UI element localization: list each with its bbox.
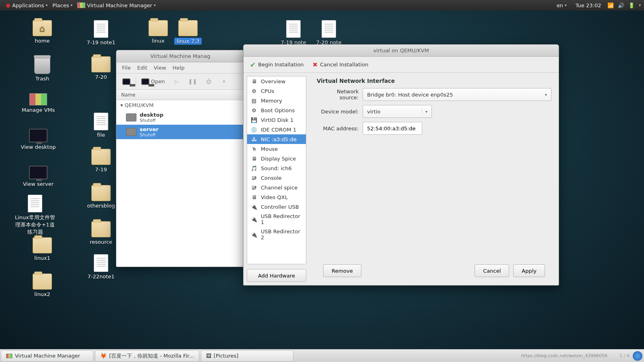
install-toolbar: ✔Begin Installation ✖Cancel Installation — [244, 57, 559, 73]
battery-icon[interactable]: 🔋 — [628, 2, 635, 8]
desktop-icon-view-server[interactable]: View server — [16, 166, 60, 187]
desktop-icon-linux73[interactable]: linux 7.3 — [166, 20, 210, 45]
hw-item-mouse[interactable]: 🖱Mouse — [247, 144, 306, 154]
cancel-installation-button[interactable]: ✖Cancel Installation — [312, 61, 368, 68]
hw-item-video-qxl[interactable]: 🖥Video QXL — [247, 192, 306, 202]
hw-item-sound-ich6[interactable]: 🎵Sound: ich6 — [247, 163, 306, 173]
cancel-button[interactable]: Cancel — [475, 264, 509, 277]
hw-item-usb-redirector-2[interactable]: 🔌USB Redirector 2 — [247, 227, 306, 242]
vmm-logo-icon — [77, 2, 85, 8]
watermark-text: https://blog.csdn.net/weixin_43996056 — [521, 353, 620, 358]
new-vm-button[interactable] — [120, 76, 133, 88]
vmm-title: Virtual Machine Manag — [116, 50, 244, 62]
network-source-select[interactable]: Bridge br0: Host device enp0s25▾ — [363, 88, 551, 101]
desktop-icon-view-desktop[interactable]: View desktop — [16, 129, 60, 150]
task-item-1[interactable]: 🦊 [百度一下，你就知道 - Mozilla Fir... — [95, 350, 199, 362]
device-model-label: Device model: — [317, 109, 359, 115]
hw-item-nic-a3-d5-de[interactable]: 🖧NIC :a3:d5:de — [247, 134, 306, 144]
open-button[interactable]: Open — [138, 76, 168, 88]
hw-item-boot-options[interactable]: ⚙Boot Options — [247, 105, 306, 115]
mac-address-input[interactable] — [363, 122, 422, 135]
shutdown-button[interactable]: ⏻ — [202, 76, 215, 88]
desktop-icon-linux-doc[interactable]: Linux常用文件管理基本命令+1道练习题 — [13, 195, 57, 236]
show-desktop-button[interactable] — [633, 351, 642, 361]
vmm-menubar: FileEditViewHelp — [116, 62, 244, 74]
vm-details-title: virtual on QEMU/KVM — [244, 45, 559, 57]
bottom-taskbar: Virtual Machine Manager🦊 [百度一下，你就知道 - Mo… — [0, 349, 644, 362]
task-item-0[interactable]: Virtual Machine Manager — [1, 350, 93, 362]
shutdown-menu-caret[interactable]: ▾ — [218, 76, 231, 88]
active-app-menu[interactable]: Virtual Machine Manager▾ — [75, 2, 158, 8]
hw-item-usb-redirector-1[interactable]: 🔌USB Redirector 1 — [247, 212, 306, 227]
network-icon[interactable]: 📶 — [607, 2, 614, 8]
hw-item-overview[interactable]: 🖥Overview — [247, 76, 306, 86]
menu-view[interactable]: View — [154, 65, 166, 71]
applications-menu[interactable]: ◉Applications▾ — [3, 2, 50, 8]
hw-item-console[interactable]: 🖳Console — [247, 173, 306, 183]
detail-footer: Remove Cancel Apply — [317, 261, 551, 280]
hardware-list: 🖥Overview⚙CPUs▤Memory⚙Boot Options💾VirtI… — [247, 76, 306, 264]
vm-row-server[interactable]: serverShutoff — [116, 125, 244, 139]
network-source-label: Network source: — [317, 88, 359, 101]
desktop-icon-linux2[interactable]: linux2 — [20, 274, 64, 297]
hw-item-channel-spice[interactable]: 🖳Channel spice — [247, 183, 306, 192]
menu-file[interactable]: File — [122, 65, 131, 71]
system-menu-caret[interactable]: ▾ — [639, 3, 641, 7]
desktop-icon-trash[interactable]: Trash — [20, 56, 64, 82]
hw-item-cpus[interactable]: ⚙CPUs — [247, 86, 306, 96]
desktop-icon-7-19note1[interactable]: 7-19 note1 — [79, 20, 123, 45]
vm-row-desktop[interactable]: desktopShutoff — [116, 110, 244, 125]
hw-item-virtio-disk-1[interactable]: 💾VirtIO Disk 1 — [247, 115, 306, 125]
vmm-toolbar: Open ▷ ❚❚ ⏻ ▾ — [116, 74, 244, 90]
desktop-icon-7-20note[interactable]: 7-20 note — [307, 20, 351, 45]
hw-item-display-spice[interactable]: 🖥Display Spice — [247, 154, 306, 163]
apply-button[interactable]: Apply — [513, 264, 545, 277]
vm-list: ▾QEMU/KVM desktopShutoffserverShutoff — [116, 100, 244, 267]
volume-icon[interactable]: 🔊 — [618, 2, 624, 8]
vmm-window: Virtual Machine Manag FileEditViewHelp O… — [116, 50, 245, 267]
hw-item-memory[interactable]: ▤Memory — [247, 96, 306, 105]
menu-help[interactable]: Help — [173, 65, 185, 71]
hardware-panel: 🖥Overview⚙CPUs▤Memory⚙Boot Options💾VirtI… — [244, 73, 310, 285]
section-title: Virtual Network Interface — [317, 78, 551, 84]
begin-installation-button[interactable]: ✔Begin Installation — [250, 61, 303, 69]
hw-item-controller-usb[interactable]: 🔌Controller USB — [247, 202, 306, 212]
input-lang-indicator[interactable]: en▾ — [554, 2, 569, 8]
clock[interactable]: Tue 23:02 — [573, 2, 604, 8]
gnome-top-bar: ◉Applications▾ Places▾ Virtual Machine M… — [0, 0, 644, 10]
desktop-icon-linux1[interactable]: linux1 — [20, 237, 64, 261]
task-item-2[interactable]: 🖼 [Pictures] — [201, 350, 293, 362]
menu-edit[interactable]: Edit — [137, 65, 147, 71]
vm-details-window: virtual on QEMU/KVM ✔Begin Installation … — [243, 44, 559, 286]
desktop-icon-manage-vms[interactable]: Manage VMs — [16, 93, 60, 113]
connection-row-qemu[interactable]: ▾QEMU/KVM — [116, 100, 244, 110]
pause-button[interactable]: ❚❚ — [186, 76, 200, 88]
remove-button[interactable]: Remove — [323, 264, 361, 277]
workspace-pager[interactable]: 1 / 4 — [619, 353, 630, 358]
nic-detail-pane: Virtual Network Interface Network source… — [310, 73, 559, 285]
hw-item-ide-cdrom-1[interactable]: 💿IDE CDROM 1 — [247, 125, 306, 134]
device-model-select[interactable]: virtio▾ — [363, 105, 432, 118]
add-hardware-button[interactable]: Add Hardware — [247, 269, 306, 282]
run-button[interactable]: ▷ — [170, 76, 183, 88]
desktop-icon-home[interactable]: home — [20, 20, 64, 44]
places-menu[interactable]: Places▾ — [50, 2, 75, 8]
vm-list-header-name[interactable]: Name — [116, 90, 244, 100]
mac-address-label: MAC address: — [317, 125, 359, 132]
